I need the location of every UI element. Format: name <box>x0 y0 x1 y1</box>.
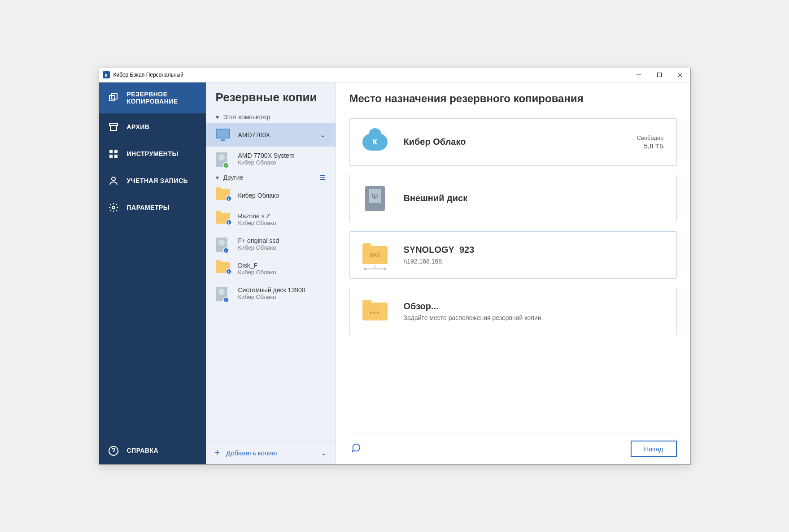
card-sub: \\192.168.168. <box>404 258 664 265</box>
item-sub: Кибер Облако <box>238 294 326 300</box>
item-sub: Кибер Облако <box>238 220 326 226</box>
backup-item-amd-system[interactable]: ✓ AMD 7700X System Кибер Облако <box>206 147 336 171</box>
destination-cards: к Кибер Облако Свободно 5,8 ТБ Ψ Внешний… <box>349 118 677 335</box>
backup-item-raznoe[interactable]: i Raznoe s Z Кибер Облако <box>206 207 336 232</box>
panel-title: Резервные копии <box>206 82 336 111</box>
nav-label: ПАРАМЕТРЫ <box>127 204 170 212</box>
free-label: Свободно <box>637 134 664 141</box>
nav-item-archive[interactable]: АРХИВ <box>99 113 206 140</box>
section-this-pc[interactable]: ▾ Этот компьютер <box>206 111 336 123</box>
nas-icon: NAS <box>362 242 388 268</box>
nav-item-backup[interactable]: РЕЗЕРВНОЕ КОПИРОВАНИЕ <box>99 82 206 114</box>
folder-icon: i <box>216 213 231 225</box>
menu-icon[interactable]: ☰ <box>320 174 326 181</box>
item-title: Системный диск 13900 <box>238 286 326 294</box>
svg-rect-7 <box>110 125 117 130</box>
free-value: 5,8 ТБ <box>637 142 664 150</box>
window-controls <box>628 68 690 82</box>
dest-card-nas[interactable]: NAS SYNOLOGY_923 \\192.168.168. <box>349 231 677 279</box>
plus-icon: + <box>215 448 220 458</box>
browse-folder-icon: ••• <box>362 299 388 324</box>
dest-card-browse[interactable]: ••• Обзор... Задайте место расположения … <box>349 288 677 335</box>
page-title: Место назначения резервного копирования <box>349 92 677 105</box>
hdd-icon: i <box>216 287 231 299</box>
account-icon <box>108 175 119 186</box>
main-content: Место назначения резервного копирования … <box>336 82 690 464</box>
nav-label: АРХИВ <box>127 123 150 131</box>
nav-item-settings[interactable]: ПАРАМЕТРЫ <box>99 194 206 221</box>
nav-label: УЧЕТНАЯ ЗАПИСЬ <box>127 177 188 185</box>
maximize-button[interactable] <box>649 68 670 82</box>
chevron-down-icon[interactable]: ⌄ <box>320 130 326 139</box>
main-footer: Назад <box>349 433 677 464</box>
window-title: Кибер Бэкап Персональный <box>113 72 628 78</box>
minimize-button[interactable] <box>628 68 649 82</box>
dest-card-cloud[interactable]: к Кибер Облако Свободно 5,8 ТБ <box>349 118 677 166</box>
backup-item-diskf[interactable]: i Disk_F Кибер Облако <box>206 256 336 281</box>
section-label: Этот компьютер <box>223 113 270 121</box>
svg-rect-9 <box>114 150 118 153</box>
nav-label: РЕЗЕРВНОЕ КОПИРОВАНИЕ <box>127 91 197 106</box>
section-other[interactable]: ▾ Другие ☰ <box>206 171 336 184</box>
nav-label: ИНСТРУМЕНТЫ <box>127 150 179 158</box>
app-body: РЕЗЕРВНОЕ КОПИРОВАНИЕ АРХИВ ИНСТРУМЕНТЫ … <box>99 82 690 464</box>
monitor-icon <box>216 129 231 141</box>
svg-rect-8 <box>109 150 113 153</box>
card-title: Кибер Облако <box>404 137 621 147</box>
backup-item-amd7700x[interactable]: AMD7700X ⌄ <box>206 123 336 147</box>
svg-rect-1 <box>657 73 661 77</box>
item-sub: Кибер Облако <box>238 159 326 166</box>
item-title: Disk_F <box>238 262 326 269</box>
item-title: AMD7700X <box>238 131 313 138</box>
item-title: Кибер Облако <box>238 192 326 199</box>
app-window: к Кибер Бэкап Персональный РЕЗЕРВНОЕ КОП… <box>99 68 691 465</box>
svg-rect-10 <box>109 155 113 158</box>
help-icon <box>108 445 119 456</box>
titlebar: к Кибер Бэкап Персональный <box>99 68 690 82</box>
backup-item-fplus[interactable]: i F+ original ssd Кибер Облако <box>206 232 336 256</box>
folder-icon: i <box>216 262 231 275</box>
nav-item-tools[interactable]: ИНСТРУМЕНТЫ <box>99 140 206 167</box>
folder-icon: i <box>216 189 231 202</box>
item-title: AMD 7700X System <box>238 152 326 159</box>
card-title: SYNOLOGY_923 <box>404 245 664 255</box>
svg-point-13 <box>112 206 115 209</box>
sidebar-nav: РЕЗЕРВНОЕ КОПИРОВАНИЕ АРХИВ ИНСТРУМЕНТЫ … <box>99 82 206 464</box>
cloud-icon: к <box>362 130 388 155</box>
backup-list-panel: Резервные копии ▾ Этот компьютер AMD7700… <box>206 82 336 464</box>
item-sub: Кибер Облако <box>238 269 326 276</box>
item-title: F+ original ssd <box>238 237 326 244</box>
backup-item-cloud[interactable]: i Кибер Облако <box>206 184 336 207</box>
item-title: Raznoe s Z <box>238 212 326 220</box>
chat-icon[interactable] <box>351 443 361 454</box>
chevron-down-icon: ▾ <box>216 113 219 121</box>
backup-icon <box>108 92 119 103</box>
gear-icon <box>108 202 119 213</box>
svg-point-12 <box>112 177 115 181</box>
archive-icon <box>108 121 119 132</box>
card-title: Внешний диск <box>404 193 664 203</box>
nav-item-account[interactable]: УЧЕТНАЯ ЗАПИСЬ <box>99 167 206 194</box>
tools-icon <box>108 148 119 159</box>
app-icon: к <box>103 71 110 78</box>
external-disk-icon: Ψ <box>362 186 388 211</box>
card-sub: Задайте место расположения резервной коп… <box>404 314 664 321</box>
nav-label: СПРАВКА <box>127 447 159 454</box>
hdd-icon: i <box>216 238 231 250</box>
chevron-down-icon[interactable]: ⌄ <box>321 449 327 457</box>
hdd-icon: ✓ <box>216 152 231 165</box>
card-title: Обзор... <box>404 301 664 311</box>
close-button[interactable] <box>670 68 690 82</box>
svg-rect-11 <box>114 155 118 158</box>
nav-item-help[interactable]: СПРАВКА <box>99 437 206 464</box>
back-button[interactable]: Назад <box>631 441 677 457</box>
section-label: Другие <box>223 174 244 181</box>
add-label: Добавить копию <box>226 449 314 457</box>
backup-item-sysdisk[interactable]: i Системный диск 13900 Кибер Облако <box>206 281 336 306</box>
chevron-down-icon: ▾ <box>216 174 219 181</box>
item-sub: Кибер Облако <box>238 244 326 251</box>
dest-card-external[interactable]: Ψ Внешний диск <box>349 175 677 222</box>
add-backup-button[interactable]: + Добавить копию ⌄ <box>206 441 336 464</box>
